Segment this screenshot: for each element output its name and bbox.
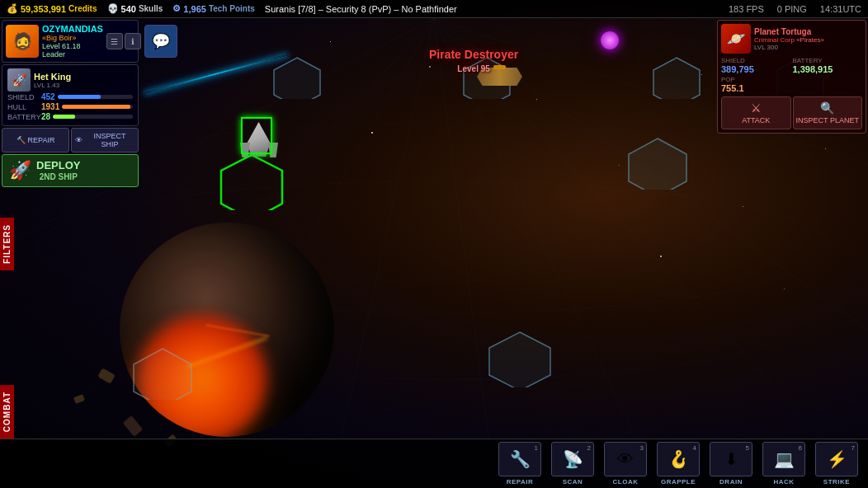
skill-repair[interactable]: 🔧 1 REPAIR xyxy=(495,442,545,486)
hex-tile-1[interactable] xyxy=(272,56,322,99)
skill-grapple-icon-box[interactable]: 🪝 4 xyxy=(657,442,700,476)
planet xyxy=(120,223,334,437)
enemy-header: 🪐 Planet Tortuga Criminal Corp «Pirates»… xyxy=(721,24,862,54)
ship-name: Het King LVL 1.43 xyxy=(34,72,71,89)
inspect-planet-button[interactable]: 🔍 INSPECT PLANET xyxy=(793,96,863,129)
hex-tile-7[interactable] xyxy=(132,346,194,400)
strike-skill-icon: ⚡ xyxy=(827,449,847,469)
planet-icon: 🔍 xyxy=(820,101,834,115)
ship-name-row: 🚀 Het King LVL 1.43 xyxy=(7,68,133,92)
skill-drain[interactable]: ⬇ 5 DRAIN xyxy=(706,442,756,486)
repair-skill-icon: 🔧 xyxy=(510,449,531,469)
skill-strike[interactable]: ⚡ 7 STRIKE xyxy=(812,442,861,486)
svg-marker-19 xyxy=(489,332,550,387)
skill-scan[interactable]: 📡 2 SCAN xyxy=(548,442,597,486)
hull-bar xyxy=(62,105,133,109)
credits-icon: 💰 xyxy=(7,3,18,14)
enemy-stats: SHIELD 389,795 BATTERY 1,398,915 POP 755… xyxy=(721,57,862,93)
shield-bar xyxy=(58,95,133,99)
enemy-battery: BATTERY 1,398,915 xyxy=(793,57,863,74)
ship-avatar: 🚀 xyxy=(7,68,31,92)
skill-hack[interactable]: 💻 6 HACK xyxy=(759,442,809,486)
player-level: Level 61.18 Leader xyxy=(42,42,103,59)
battery-row: BATTERY 28 xyxy=(7,112,133,121)
player-name: OZYMANDIAS xyxy=(42,24,103,34)
svg-line-2 xyxy=(330,18,434,488)
svg-marker-17 xyxy=(221,155,282,210)
hack-skill-icon: 💻 xyxy=(774,449,795,469)
drain-skill-icon: ⬇ xyxy=(724,449,738,469)
enemy-actions: ⚔ ATTACK 🔍 INSPECT PLANET xyxy=(721,96,862,129)
deploy-text: DEPLOY 2ND SHIP xyxy=(36,159,80,182)
tech-icon: ⚙ xyxy=(172,3,181,14)
hex-tile-3[interactable] xyxy=(652,56,701,99)
enemy-ship-label: Pirate Destroyer Level 95 xyxy=(429,48,518,74)
repair-icon: 🔨 xyxy=(17,136,26,144)
deploy-button[interactable]: 🚀 DEPLOY 2ND SHIP xyxy=(2,154,139,187)
grapple-skill-icon: 🪝 xyxy=(668,449,689,469)
hex-tile-6[interactable] xyxy=(487,330,553,387)
right-panel: 🪐 Planet Tortuga Criminal Corp «Pirates»… xyxy=(715,18,868,135)
skill-hack-icon-box[interactable]: 💻 6 xyxy=(762,442,805,476)
hull-row: HULL 1931 xyxy=(7,102,133,111)
bottom-action-bar: 🔧 1 REPAIR 📡 2 SCAN 👁 3 CLOAK 🪝 4 GRAPPL… xyxy=(0,439,868,488)
skull-icon: 💀 xyxy=(107,3,119,14)
chat-button[interactable]: 💬 xyxy=(144,25,177,58)
credits-stat: 💰 59,353,991 Credits xyxy=(7,3,97,14)
scan-skill-icon: 📡 xyxy=(563,449,583,469)
shield-row: SHIELD 452 xyxy=(7,92,133,101)
menu-icon-btn[interactable]: ☰ xyxy=(106,33,123,49)
player-header: 🧔 OZYMANDIAS «Big Boir» Level 61.18 Lead… xyxy=(6,24,134,59)
enemy-card: 🪐 Planet Tortuga Criminal Corp «Pirates»… xyxy=(717,20,866,134)
attack-icon: ⚔ xyxy=(751,101,762,115)
inspect-ship-button[interactable]: 👁 INSPECT SHIP xyxy=(71,128,139,152)
battery-bar xyxy=(53,115,133,119)
player-ship[interactable] xyxy=(236,122,281,163)
enemy-avatar: 🪐 xyxy=(721,24,751,54)
skill-cloak-icon-box[interactable]: 👁 3 xyxy=(604,442,647,476)
hex-tile-5[interactable] xyxy=(627,136,689,190)
skill-grapple[interactable]: 🪝 4 GRAPPLE xyxy=(653,442,703,486)
player-icons: ☰ ℹ xyxy=(106,33,141,49)
skill-strike-icon-box[interactable]: ⚡ 7 xyxy=(815,442,858,476)
repair-button[interactable]: 🔨 REPAIR xyxy=(2,128,69,152)
purple-orb xyxy=(601,31,619,49)
hud-right: 183 FPS 0 PING 14:31UTC xyxy=(729,4,861,14)
combat-button[interactable]: COMBAT xyxy=(0,385,14,439)
skulls-stat: 💀 540 Skulls xyxy=(107,3,163,14)
player-title: «Big Boir» xyxy=(42,34,103,42)
attack-button[interactable]: ⚔ ATTACK xyxy=(721,96,791,129)
tech-stat: ⚙ 1,965 Tech Points xyxy=(172,3,254,14)
ship-stats: 🚀 Het King LVL 1.43 SHIELD 452 HULL 1931… xyxy=(2,64,139,126)
cloak-skill-icon: 👁 xyxy=(617,450,634,469)
enemy-info: Planet Tortuga Criminal Corp «Pirates» L… xyxy=(754,27,862,51)
deploy-icon: 🚀 xyxy=(9,160,31,181)
svg-marker-18 xyxy=(629,138,686,190)
svg-marker-13 xyxy=(274,58,320,99)
skill-repair-icon-box[interactable]: 🔧 1 xyxy=(498,442,541,476)
eye-icon: 👁 xyxy=(75,136,83,144)
left-panel: 🧔 OZYMANDIAS «Big Boir» Level 61.18 Lead… xyxy=(0,18,140,189)
player-info: OZYMANDIAS «Big Boir» Level 61.18 Leader xyxy=(42,24,103,59)
skill-scan-icon-box[interactable]: 📡 2 xyxy=(551,442,594,476)
enemy-shield: SHIELD 389,795 xyxy=(721,57,791,74)
top-hud: 💰 59,353,991 Credits 💀 540 Skulls ⚙ 1,96… xyxy=(0,0,868,18)
player-avatar: 🧔 xyxy=(6,25,39,58)
system-info: Suranis [7/8] – Security 8 (PvP) – No Pa… xyxy=(265,4,457,14)
info-icon-btn[interactable]: ℹ xyxy=(125,33,141,49)
filters-button[interactable]: FILTERS xyxy=(0,218,14,270)
enemy-pop: POP 755.1 xyxy=(721,76,791,93)
action-buttons: 🔨 REPAIR 👁 INSPECT SHIP xyxy=(2,128,139,152)
svg-marker-15 xyxy=(653,58,700,99)
skill-drain-icon-box[interactable]: ⬇ 5 xyxy=(710,442,752,476)
player-card: 🧔 OZYMANDIAS «Big Boir» Level 61.18 Lead… xyxy=(2,20,139,63)
svg-marker-20 xyxy=(134,349,191,400)
skill-cloak[interactable]: 👁 3 CLOAK xyxy=(601,442,650,486)
